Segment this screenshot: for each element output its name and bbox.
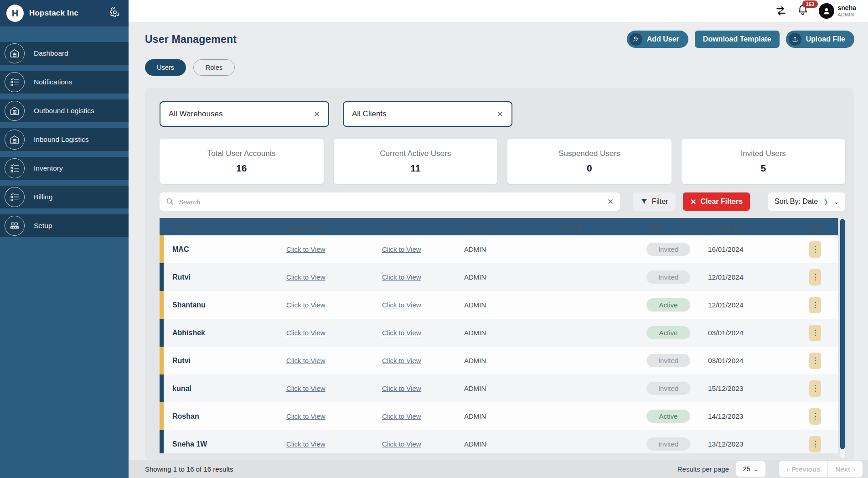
stat-label: Current Active Users [380, 149, 451, 158]
column-header[interactable]: Status [638, 223, 700, 231]
warehouses-link[interactable]: Click to View [286, 273, 326, 281]
sidebar-item-icon [5, 130, 25, 150]
warehouses-link[interactable]: Click to View [286, 329, 326, 337]
status-badge: Invited [646, 437, 690, 451]
clients-link[interactable]: Click to View [382, 273, 421, 281]
row-actions-menu-icon[interactable]: ⋮ [809, 269, 821, 286]
user-name: sneha [838, 5, 856, 11]
warehouse-filter-select[interactable]: All Warehouses ✕ [160, 101, 329, 127]
upload-icon [789, 33, 801, 46]
status-badge: Active [646, 326, 690, 339]
sidebar-item[interactable]: Billing [0, 186, 129, 208]
notifications-bell[interactable]: 163 [797, 4, 809, 18]
column-header[interactable]: Name [164, 223, 278, 231]
clients-link[interactable]: Click to View [382, 357, 421, 364]
row-actions-menu-icon[interactable]: ⋮ [809, 380, 821, 397]
column-header[interactable]: Stations [554, 223, 638, 231]
status-badge: Active [646, 298, 690, 312]
created-date-cell: 15/12/2023 [700, 384, 796, 393]
user-role-cell: ADMIN [456, 412, 554, 420]
user-role-cell: ADMIN [456, 384, 554, 392]
warehouses-link[interactable]: Click to View [286, 301, 326, 309]
filter-button[interactable]: Filter [633, 192, 676, 211]
tab-roles[interactable]: Roles [193, 59, 235, 76]
chevron-left-icon: ‹ [786, 465, 789, 473]
sidebar-item[interactable]: Setup [0, 214, 129, 237]
warehouses-link[interactable]: Click to View [286, 412, 326, 420]
page-size-select[interactable]: 25 ⌄ [736, 461, 765, 477]
table-row: kunal Click to View Click to View ADMIN … [160, 374, 838, 402]
sort-by-button[interactable]: Sort By: Date ❯ ⌄ [768, 192, 845, 211]
table-row: Rutvi Click to View Click to View ADMIN … [160, 263, 838, 291]
search-bar: ✕ [160, 192, 620, 211]
row-accent-bar [160, 430, 164, 453]
user-menu[interactable]: sneha ADMIN [819, 3, 856, 19]
created-date-cell: 03/01/2024 [700, 329, 796, 337]
column-header[interactable]: Action [796, 223, 838, 231]
sidebar-item-icon [5, 43, 25, 63]
row-accent-bar [160, 263, 164, 291]
sidebar-item-label: Dashboard [34, 49, 68, 57]
table-row: Abhishek Click to View Click to View ADM… [160, 319, 838, 347]
clients-link[interactable]: Click to View [382, 301, 421, 309]
user-role-cell: ADMIN [456, 301, 554, 309]
row-actions-menu-icon[interactable]: ⋮ [809, 297, 821, 313]
user-name-cell: Roshan [164, 412, 278, 421]
sort-direction-chevron-icon: ❯ [823, 199, 828, 205]
column-header[interactable]: User Role [456, 223, 554, 231]
user-name-cell: kunal [164, 384, 278, 393]
upload-file-button[interactable]: Upload File [786, 31, 854, 48]
clients-link[interactable]: Click to View [382, 245, 421, 253]
row-accent-bar [160, 347, 164, 374]
stats-row: Total User Accounts 16 Current Active Us… [160, 139, 845, 184]
clear-search-icon[interactable]: ✕ [607, 197, 614, 207]
clear-client-filter-icon[interactable]: ✕ [497, 109, 503, 119]
next-page-button[interactable]: Next › [828, 461, 863, 477]
warehouses-link[interactable]: Click to View [286, 384, 326, 392]
row-actions-menu-icon[interactable]: ⋮ [809, 408, 821, 425]
tab-bar: Users Roles [145, 59, 854, 76]
clients-link[interactable]: Click to View [382, 440, 421, 448]
add-user-button[interactable]: Add User [627, 31, 688, 48]
sidebar-item[interactable]: Inbound Logistics [0, 128, 129, 151]
user-role-cell: ADMIN [456, 440, 554, 448]
sidebar-item-icon [5, 187, 25, 207]
column-header[interactable]: Clients [374, 223, 456, 231]
previous-page-button[interactable]: ‹ Previous [779, 461, 827, 477]
chevron-down-icon: ⌄ [754, 466, 759, 472]
column-header[interactable]: Warehouses [278, 223, 374, 231]
stat-label: Total User Accounts [207, 149, 276, 158]
sidebar-item[interactable]: Inventory [0, 157, 129, 180]
status-badge: Active [646, 410, 690, 423]
clear-warehouse-filter-icon[interactable]: ✕ [314, 109, 320, 119]
page-title: User Management [145, 33, 237, 46]
row-actions-menu-icon[interactable]: ⋮ [809, 325, 821, 341]
warehouses-link[interactable]: Click to View [286, 245, 326, 253]
clients-link[interactable]: Click to View [382, 384, 421, 392]
tab-users[interactable]: Users [145, 59, 186, 76]
download-template-button[interactable]: Download Template [695, 31, 780, 48]
topbar: 163 sneha ADMIN [129, 0, 868, 22]
row-actions-menu-icon[interactable]: ⋮ [809, 436, 821, 452]
clear-filters-button[interactable]: ✕ Clear Filters [683, 192, 750, 211]
clients-link[interactable]: Click to View [382, 412, 421, 420]
table-scrollbar-thumb[interactable] [840, 219, 845, 449]
column-header[interactable]: Created Date [700, 223, 796, 231]
sidebar-item[interactable]: Outbound Logistics [0, 99, 129, 122]
client-filter-select[interactable]: All Clients ✕ [343, 101, 512, 127]
created-date-cell: 03/01/2024 [700, 357, 796, 365]
table-scrollbar[interactable] [840, 218, 845, 458]
search-input[interactable] [179, 198, 607, 206]
stat-card: Current Active Users 11 [334, 139, 498, 184]
avatar-icon [819, 3, 834, 19]
gear-icon[interactable] [109, 7, 120, 20]
sidebar-item[interactable]: Dashboard [0, 42, 129, 65]
clients-link[interactable]: Click to View [382, 329, 421, 337]
created-date-cell: 16/01/2024 [700, 245, 796, 254]
row-actions-menu-icon[interactable]: ⋮ [809, 353, 821, 369]
warehouses-link[interactable]: Click to View [286, 440, 326, 448]
warehouses-link[interactable]: Click to View [286, 357, 326, 364]
switch-account-icon[interactable] [775, 5, 787, 17]
row-actions-menu-icon[interactable]: ⋮ [809, 241, 821, 258]
sidebar-item[interactable]: Notifications [0, 71, 129, 94]
